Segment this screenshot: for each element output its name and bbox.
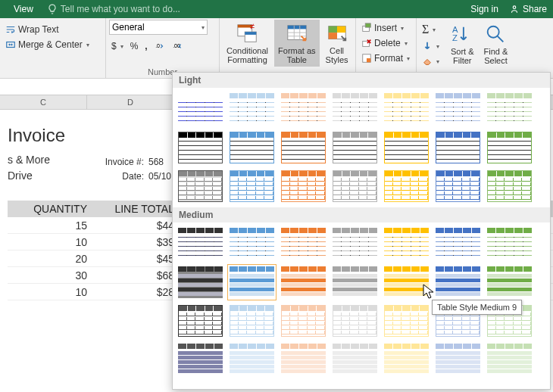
format-icon — [361, 53, 372, 64]
table-style-swatch[interactable] — [382, 303, 431, 339]
table-style-swatch[interactable] — [176, 91, 225, 127]
number-format-select[interactable]: General ▾ — [109, 20, 208, 35]
merge-center-button[interactable]: Merge & Center ▾ — [3, 38, 102, 51]
increase-decimal-button[interactable]: .0 — [152, 39, 167, 53]
table-style-swatch[interactable] — [485, 91, 534, 127]
tell-me-placeholder: Tell me what you want to do... — [61, 4, 180, 14]
sort-filter-button[interactable]: AZ Sort & Filter — [447, 20, 478, 67]
table-style-swatch[interactable] — [330, 264, 380, 300]
svg-rect-17 — [337, 26, 345, 33]
table-style-swatch[interactable] — [176, 168, 225, 204]
table-style-swatch[interactable] — [227, 226, 276, 262]
table-style-swatch[interactable] — [330, 226, 380, 262]
table-style-swatch[interactable] — [279, 264, 328, 300]
table-style-swatch[interactable] — [382, 129, 431, 166]
percent-button[interactable]: % — [128, 39, 141, 53]
table-style-swatch[interactable] — [279, 91, 328, 127]
table-style-swatch[interactable] — [176, 129, 225, 166]
delete-button[interactable]: Delete▾ — [359, 36, 413, 50]
table-style-swatch[interactable] — [382, 91, 431, 127]
table-style-swatch[interactable] — [382, 226, 431, 262]
fill-button[interactable]: ▾ — [420, 39, 442, 53]
col-line-total: LINE TOTAL — [95, 203, 182, 215]
signin-link[interactable]: Sign in — [470, 4, 498, 14]
svg-point-0 — [513, 6, 516, 8]
table-style-swatch[interactable] — [330, 129, 380, 166]
table-style-swatch[interactable] — [176, 303, 225, 339]
comma-button[interactable]: , — [142, 39, 149, 53]
wrap-text-button[interactable]: Wrap Text — [3, 23, 102, 36]
svg-rect-23 — [367, 58, 370, 62]
delete-icon — [361, 38, 372, 48]
col-header-c[interactable]: C — [0, 95, 87, 109]
currency-button[interactable]: $▾ — [109, 39, 126, 53]
table-style-swatch[interactable] — [485, 226, 534, 262]
table-style-swatch[interactable] — [227, 341, 276, 378]
table-style-swatch[interactable] — [176, 341, 225, 378]
insert-button[interactable]: Insert▾ — [359, 21, 413, 35]
table-style-swatch[interactable] — [382, 341, 431, 378]
svg-rect-18 — [328, 33, 336, 39]
group-alignment: Wrap Text Merge & Center ▾ — [0, 18, 106, 78]
share-icon — [509, 4, 520, 14]
find-icon — [484, 23, 507, 45]
table-style-swatch[interactable] — [330, 303, 380, 339]
format-button[interactable]: Format▾ — [359, 51, 413, 65]
svg-text:≠: ≠ — [249, 22, 254, 31]
share-button[interactable]: Share — [509, 4, 547, 14]
table-style-swatch[interactable] — [279, 226, 328, 262]
table-style-swatch[interactable] — [227, 129, 276, 166]
cell-styles-button[interactable]: Cell Styles — [322, 20, 352, 67]
conditional-formatting-icon: ≠ — [236, 22, 259, 45]
table-style-swatch[interactable] — [279, 303, 328, 339]
table-style-swatch[interactable] — [485, 341, 534, 378]
table-style-swatch[interactable] — [433, 226, 483, 262]
cell-line-total: $45 — [95, 253, 182, 265]
table-style-swatch[interactable] — [330, 91, 380, 127]
tab-view[interactable]: View — [6, 1, 41, 17]
table-style-swatch[interactable] — [330, 168, 380, 204]
table-style-swatch[interactable] — [433, 129, 483, 166]
wrap-text-icon — [5, 24, 16, 35]
table-style-swatch[interactable] — [433, 91, 483, 127]
table-style-swatch[interactable] — [382, 264, 431, 300]
cell-line-total: $44 — [95, 219, 182, 232]
table-style-swatch[interactable] — [227, 303, 276, 339]
cell-line-total: $39 — [95, 236, 182, 248]
dropdown-icon: ▾ — [202, 24, 205, 31]
table-style-swatch[interactable] — [227, 168, 276, 204]
tell-me-search[interactable]: Tell me what you want to do... — [41, 4, 470, 14]
table-style-swatch[interactable] — [176, 226, 225, 262]
col-quantity: QUANTITY — [8, 203, 95, 215]
table-style-swatch[interactable] — [279, 129, 328, 166]
invoice-date: 05/10 — [148, 171, 171, 182]
cell-line-total: $28 — [95, 286, 182, 298]
table-style-swatch[interactable] — [279, 168, 328, 204]
table-style-swatch[interactable] — [279, 341, 328, 378]
svg-text:Z: Z — [452, 33, 458, 42]
gallery-section-light: Light — [173, 73, 550, 88]
autosum-button[interactable]: Σ▾ — [420, 21, 442, 38]
cell-qty: 15 — [8, 219, 95, 232]
clear-button[interactable]: ▾ — [420, 54, 442, 68]
clear-icon — [422, 56, 433, 67]
col-header-d[interactable]: D — [87, 95, 174, 109]
table-style-swatch[interactable] — [485, 264, 534, 300]
invoice-num: 568 — [148, 157, 164, 167]
table-style-swatch[interactable] — [433, 168, 483, 204]
table-style-swatch[interactable] — [227, 91, 276, 127]
table-style-swatch[interactable] — [330, 341, 380, 378]
table-style-swatch[interactable] — [485, 129, 534, 166]
table-style-swatch[interactable] — [176, 264, 225, 300]
table-style-swatch[interactable] — [485, 168, 534, 204]
table-style-swatch[interactable] — [433, 341, 483, 378]
cell-qty: 20 — [8, 253, 95, 265]
table-style-swatch[interactable] — [382, 168, 431, 204]
table-style-swatch[interactable] — [227, 264, 276, 300]
find-select-button[interactable]: Find & Select — [480, 20, 512, 67]
invoice-date-label: Date: — [83, 170, 144, 184]
decrease-decimal-button[interactable]: .00 — [170, 39, 185, 53]
format-as-table-button[interactable]: Format as Table — [274, 20, 320, 67]
conditional-formatting-button[interactable]: ≠ Conditional Formatting — [223, 20, 272, 67]
table-style-swatch[interactable] — [433, 264, 483, 300]
